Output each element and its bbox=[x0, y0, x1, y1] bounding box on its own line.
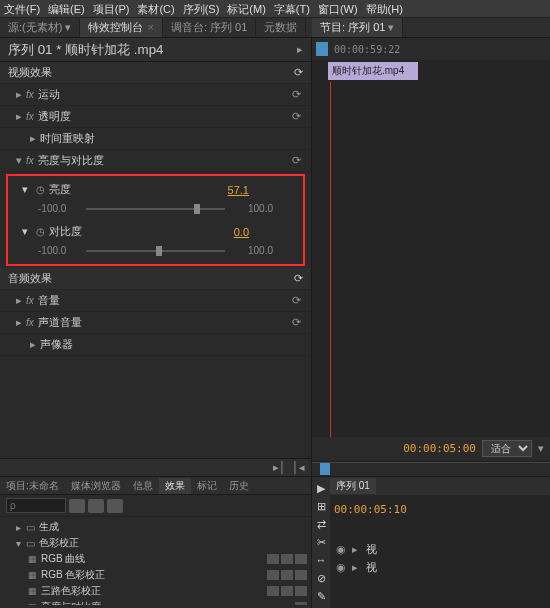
fx-icon[interactable]: fx bbox=[26, 155, 34, 166]
dropdown-icon[interactable]: ▾ bbox=[62, 21, 71, 33]
tab-source[interactable]: 源:(无素材) ▾ bbox=[0, 18, 80, 37]
next-icon[interactable]: │◂ bbox=[292, 461, 305, 474]
reset-icon[interactable]: ⟳ bbox=[289, 316, 303, 330]
panel-menu-icon[interactable]: ▸ bbox=[297, 43, 303, 56]
playhead-icon[interactable] bbox=[316, 42, 328, 56]
effect-brightness-contrast[interactable]: ▾ fx 亮度与对比度 ⟳ bbox=[0, 150, 311, 172]
tab-program[interactable]: 节目: 序列 01 ▾ bbox=[312, 18, 403, 37]
target-icon[interactable]: ▸ bbox=[348, 561, 362, 574]
tab-audio-mixer[interactable]: 调音台: 序列 01 bbox=[163, 18, 256, 37]
tree-item[interactable]: ▦RGB 色彩校正 bbox=[4, 567, 307, 583]
zoom-fit-select[interactable]: 适合 bbox=[482, 440, 532, 457]
sequence-name-field[interactable] bbox=[8, 42, 188, 57]
menu-sequence[interactable]: 序列(S) bbox=[183, 2, 220, 15]
track-select-tool[interactable]: ⊞ bbox=[314, 499, 328, 513]
tab-project[interactable]: 项目:未命名 bbox=[0, 478, 65, 494]
triangle-icon[interactable]: ▾ bbox=[22, 183, 32, 196]
video-track-row[interactable]: ◉ ▸ 视 bbox=[334, 540, 546, 558]
eye-icon[interactable]: ◉ bbox=[334, 543, 348, 556]
effect-channel-volume[interactable]: ▸ fx 声道音量 ⟳ bbox=[0, 312, 311, 334]
program-panel: 00:00:59:22 顺时针加花.mp4 00:00:05:00 适合 ▾ bbox=[312, 38, 550, 476]
tab-info[interactable]: 信息 bbox=[127, 478, 159, 494]
track-label: 视 bbox=[366, 560, 377, 575]
contrast-slider[interactable] bbox=[86, 250, 225, 252]
target-icon[interactable]: ▸ bbox=[348, 543, 362, 556]
triangle-icon[interactable]: ▾ bbox=[22, 225, 32, 238]
32bit-filter-icon[interactable] bbox=[88, 499, 104, 513]
fx-icon[interactable]: fx bbox=[26, 295, 34, 306]
fx-icon[interactable]: fx bbox=[26, 317, 34, 328]
timeline-panel: ▶ ⊞ ⇄ ✂ ↔ ⊘ ✎ ✋ 序列 01 00:00:05:10 ◉ ▸ 视 bbox=[312, 477, 550, 608]
tab-effects[interactable]: 效果 bbox=[159, 478, 191, 494]
menu-edit[interactable]: 编辑(E) bbox=[48, 2, 85, 15]
tree-item[interactable]: ▦RGB 曲线 bbox=[4, 551, 307, 567]
video-track-row[interactable]: ◉ ▸ 视 bbox=[334, 558, 546, 576]
reset-icon[interactable]: ⟳ bbox=[289, 110, 303, 124]
program-ruler[interactable] bbox=[312, 462, 550, 476]
menu-clip[interactable]: 素材(C) bbox=[137, 2, 174, 15]
menu-file[interactable]: 文件(F) bbox=[4, 2, 40, 15]
contrast-value[interactable]: 0.0 bbox=[234, 226, 249, 238]
stopwatch-icon[interactable]: ◷ bbox=[36, 184, 45, 195]
audio-effects-header[interactable]: 音频效果 ⟳ bbox=[0, 268, 311, 290]
slip-tool[interactable]: ↔ bbox=[314, 553, 328, 567]
effect-panner[interactable]: ▸ 声像器 bbox=[0, 334, 311, 356]
pen-tool[interactable]: ⊘ bbox=[314, 571, 328, 585]
tab-effect-controls[interactable]: 特效控制台× bbox=[80, 18, 162, 37]
clip-bar[interactable]: 顺时针加花.mp4 bbox=[328, 62, 418, 80]
video-effects-header[interactable]: 视频效果 ⟳ bbox=[0, 62, 311, 84]
triangle-icon: ▸ bbox=[30, 132, 40, 145]
brightness-slider[interactable] bbox=[86, 208, 225, 210]
razor-tool[interactable]: ✂ bbox=[314, 535, 328, 549]
dropdown-icon[interactable]: ▾ bbox=[385, 21, 394, 33]
menu-help[interactable]: 帮助(H) bbox=[366, 2, 403, 15]
yuv-filter-icon[interactable] bbox=[107, 499, 123, 513]
effect-time-remap[interactable]: ▸ 时间重映射 bbox=[0, 128, 311, 150]
tab-markers[interactable]: 标记 bbox=[191, 478, 223, 494]
effect-motion[interactable]: ▸ fx 运动 ⟳ bbox=[0, 84, 311, 106]
tab-media-browser[interactable]: 媒体浏览器 bbox=[65, 478, 127, 494]
effects-search-input[interactable] bbox=[6, 498, 66, 513]
reset-icon[interactable]: ⟳ bbox=[289, 294, 303, 308]
stopwatch-icon[interactable]: ◷ bbox=[36, 226, 45, 237]
effect-opacity[interactable]: ▸ fx 透明度 ⟳ bbox=[0, 106, 311, 128]
selection-tool[interactable]: ▶ bbox=[314, 481, 328, 495]
track-label: 视 bbox=[366, 542, 377, 557]
menu-project[interactable]: 项目(P) bbox=[93, 2, 130, 15]
hand-tool[interactable]: ✎ bbox=[314, 589, 328, 603]
tree-folder-color-correction[interactable]: ▾▭色彩校正 bbox=[4, 535, 307, 551]
tab-sequence[interactable]: 序列 01 bbox=[330, 478, 376, 494]
fx-icon[interactable]: fx bbox=[26, 89, 34, 100]
timeline-timecode[interactable]: 00:00:05:10 bbox=[334, 503, 407, 516]
tree-folder-generate[interactable]: ▸▭生成 bbox=[4, 519, 307, 535]
program-timecode[interactable]: 00:00:05:00 bbox=[403, 442, 476, 455]
slider-min: -100.0 bbox=[38, 203, 78, 214]
effect-volume[interactable]: ▸ fx 音量 ⟳ bbox=[0, 290, 311, 312]
menu-window[interactable]: 窗口(W) bbox=[318, 2, 358, 15]
reset-icon[interactable]: ⟳ bbox=[289, 88, 303, 102]
reset-icon[interactable]: ⟳ bbox=[294, 66, 303, 79]
sequence-header: ▸ bbox=[0, 38, 311, 62]
close-icon[interactable]: × bbox=[147, 21, 153, 33]
chevron-down-icon[interactable]: ▾ bbox=[538, 442, 544, 455]
slider-thumb[interactable] bbox=[156, 246, 162, 256]
contrast-slider-row: -100.0 100.0 bbox=[10, 243, 301, 262]
slider-thumb[interactable] bbox=[194, 204, 200, 214]
eye-icon[interactable]: ◉ bbox=[334, 561, 348, 574]
menu-marker[interactable]: 标记(M) bbox=[227, 2, 266, 15]
fx-filter-icon[interactable] bbox=[69, 499, 85, 513]
param-label: 对比度 bbox=[49, 224, 234, 239]
tab-metadata[interactable]: 元数据 bbox=[256, 18, 306, 37]
tree-item[interactable]: ▦亮度与对比度 bbox=[4, 599, 307, 605]
brightness-value[interactable]: 57.1 bbox=[228, 184, 249, 196]
playhead-icon[interactable] bbox=[320, 463, 330, 475]
reset-icon[interactable]: ⟳ bbox=[294, 272, 303, 285]
ripple-tool[interactable]: ⇄ bbox=[314, 517, 328, 531]
prev-icon[interactable]: ▸│ bbox=[273, 461, 286, 474]
tab-history[interactable]: 历史 bbox=[223, 478, 255, 494]
menu-title[interactable]: 字幕(T) bbox=[274, 2, 310, 15]
effects-tree[interactable]: ▸▭生成 ▾▭色彩校正 ▦RGB 曲线 ▦RGB 色彩校正 ▦三路色彩校正 ▦亮… bbox=[0, 517, 311, 605]
tree-item[interactable]: ▦三路色彩校正 bbox=[4, 583, 307, 599]
fx-icon[interactable]: fx bbox=[26, 111, 34, 122]
reset-icon[interactable]: ⟳ bbox=[289, 154, 303, 168]
